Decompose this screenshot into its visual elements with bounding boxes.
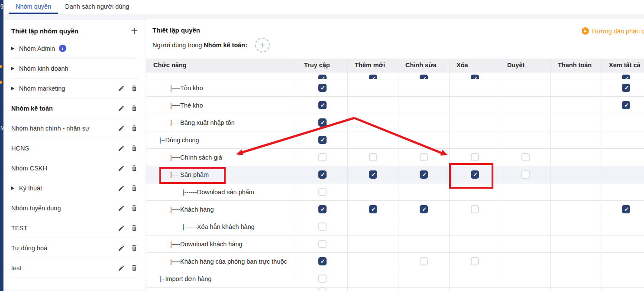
function-label <box>146 288 297 291</box>
group-list-item[interactable]: Nhóm kế toán <box>11 98 138 118</box>
permission-checkbox[interactable] <box>318 118 327 127</box>
permission-checkbox[interactable] <box>471 170 479 179</box>
permission-checkbox[interactable] <box>420 153 428 161</box>
triangle-right-icon[interactable] <box>11 67 14 70</box>
permission-checkbox[interactable] <box>471 257 479 265</box>
triangle-right-icon[interactable] <box>11 186 14 190</box>
subtitle-group-name: Nhóm kế toán: <box>204 42 247 49</box>
trash-icon[interactable] <box>131 125 138 132</box>
permission-cell <box>450 253 500 270</box>
permission-checkbox[interactable] <box>369 170 377 179</box>
permission-cell <box>398 97 450 114</box>
tab-nhom-quyen[interactable]: Nhóm quyền <box>9 0 58 14</box>
group-list-item[interactable]: Tự động hoá <box>11 238 138 258</box>
pencil-icon[interactable] <box>118 205 125 212</box>
pencil-icon[interactable] <box>118 225 125 232</box>
permission-cell <box>500 235 551 253</box>
permission-groups-panel: Thiết lập nhóm quyền + Nhóm AdminiNhóm k… <box>4 19 145 291</box>
tab-danh-sach-nguoi-dung[interactable]: Danh sách người dùng <box>58 0 136 14</box>
function-label: |----Tồn kho <box>146 79 297 97</box>
permission-checkbox[interactable] <box>471 205 479 213</box>
permission-checkbox[interactable] <box>420 205 428 213</box>
pencil-icon[interactable] <box>118 145 125 152</box>
permission-checkbox[interactable] <box>622 205 630 213</box>
group-list-item[interactable]: Nhóm CSKH <box>11 158 138 178</box>
permission-checkbox[interactable] <box>318 153 327 161</box>
permission-cell <box>450 149 500 166</box>
permission-cell <box>398 183 450 201</box>
help-link[interactable]: Hướng dẫn phân qu <box>582 27 644 35</box>
trash-icon[interactable] <box>131 225 138 232</box>
permission-checkbox[interactable] <box>318 257 327 265</box>
permission-checkbox[interactable] <box>318 288 327 291</box>
permission-cell <box>348 72 398 79</box>
permission-checkbox[interactable] <box>521 153 530 161</box>
function-label: |----Chính sách giá <box>146 149 297 166</box>
pencil-icon[interactable] <box>118 185 125 192</box>
trash-icon[interactable] <box>131 105 138 112</box>
function-label: |------Download sản phẩm <box>146 183 297 201</box>
permission-checkbox[interactable] <box>318 222 327 231</box>
permission-checkbox[interactable] <box>318 205 327 213</box>
add-user-button dashed-plus-circle-icon[interactable]: + <box>255 38 270 52</box>
pencil-icon[interactable] <box>118 245 125 252</box>
table-row: |----Sản phẩm <box>146 166 644 183</box>
group-list-item[interactable]: Nhóm hành chính - nhân sự <box>11 118 138 138</box>
permission-checkbox[interactable] <box>369 205 377 213</box>
pencil-icon[interactable] <box>118 265 125 271</box>
pencil-icon[interactable] <box>118 85 125 92</box>
permission-checkbox[interactable] <box>521 170 530 179</box>
permission-cell <box>297 288 348 291</box>
permission-cell <box>348 166 398 183</box>
pencil-icon[interactable] <box>118 105 125 112</box>
pencil-icon[interactable] <box>118 125 125 132</box>
permission-cell <box>398 270 450 288</box>
permission-cell <box>297 149 348 166</box>
permission-checkbox[interactable] <box>318 188 327 196</box>
permission-cell <box>398 253 450 270</box>
group-list-item[interactable]: TEST <box>11 218 138 238</box>
group-list-item[interactable]: Nhóm Admini <box>11 39 138 59</box>
permission-cell <box>450 183 500 201</box>
column-header: Thanh toán <box>551 59 602 72</box>
permission-checkbox[interactable] <box>318 136 327 144</box>
permission-checkbox[interactable] <box>318 275 327 283</box>
permission-checkbox[interactable] <box>471 153 479 161</box>
permission-checkbox[interactable] <box>420 75 428 79</box>
trash-icon[interactable] <box>131 265 138 271</box>
trash-icon[interactable] <box>131 85 138 92</box>
add-group-button plus-icon[interactable]: + <box>131 26 138 35</box>
permission-cell <box>348 79 398 97</box>
permission-checkbox[interactable] <box>420 170 428 179</box>
permission-checkbox[interactable] <box>622 84 630 92</box>
permission-checkbox[interactable] <box>318 101 327 109</box>
group-list-item[interactable]: Nhóm marketing <box>11 78 138 98</box>
triangle-right-icon[interactable] <box>11 47 14 50</box>
permission-checkbox[interactable] <box>622 101 630 109</box>
group-list-item[interactable]: test <box>11 258 138 278</box>
group-list-item[interactable]: HCNS <box>11 138 138 158</box>
group-list-item[interactable]: Kỹ thuật <box>11 178 138 198</box>
trash-icon[interactable] <box>131 245 138 252</box>
permission-checkbox[interactable] <box>318 75 327 79</box>
permission-checkbox[interactable] <box>318 170 327 179</box>
group-list-item[interactable]: Nhóm kinh doanh <box>11 59 138 78</box>
trash-icon[interactable] <box>131 145 138 152</box>
trash-icon[interactable] <box>131 205 138 212</box>
permission-checkbox[interactable] <box>318 84 327 92</box>
info-icon[interactable]: i <box>59 45 66 52</box>
permission-checkbox[interactable] <box>622 75 630 79</box>
permission-checkbox[interactable] <box>318 240 327 248</box>
permission-cell <box>602 183 644 201</box>
permission-checkbox[interactable] <box>369 75 377 79</box>
trash-icon[interactable] <box>131 185 138 192</box>
pencil-icon[interactable] <box>118 165 125 172</box>
group-list-item[interactable]: Nhóm tuyển dụng <box>11 198 138 218</box>
permission-checkbox[interactable] <box>471 75 479 79</box>
trash-icon[interactable] <box>131 165 138 172</box>
permission-checkbox[interactable] <box>420 257 428 265</box>
permission-cell <box>348 183 398 201</box>
permission-checkbox[interactable] <box>369 153 377 161</box>
permission-cell <box>348 218 398 235</box>
triangle-right-icon[interactable] <box>11 87 14 90</box>
